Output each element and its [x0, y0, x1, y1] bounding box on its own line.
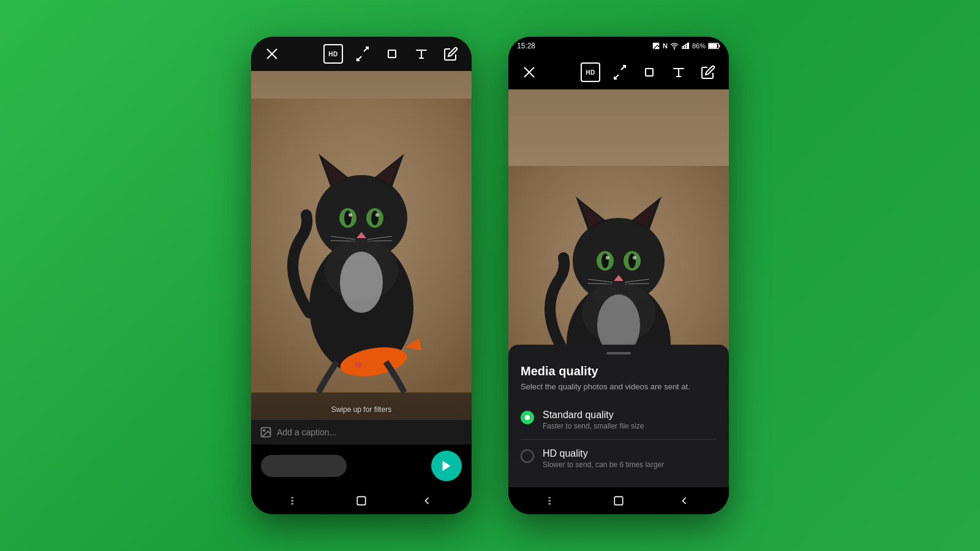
- svg-rect-43: [687, 43, 688, 49]
- hd-quality-button-2[interactable]: HD: [581, 62, 600, 82]
- transform-icon-1[interactable]: [353, 44, 372, 64]
- svg-point-19: [375, 213, 379, 217]
- nav-back-icon-2[interactable]: [678, 495, 690, 507]
- pencil-icon-1[interactable]: [441, 44, 461, 64]
- photo-preview-2: Media quality Select the quality photos …: [508, 89, 729, 487]
- svg-point-29: [355, 362, 362, 368]
- nav-back-icon-1[interactable]: [421, 495, 433, 507]
- signal-icon-2: [681, 42, 690, 50]
- quality-option-standard[interactable]: Standard quality Faster to send, smaller…: [521, 403, 717, 437]
- svg-point-61: [628, 253, 636, 268]
- svg-point-62: [606, 256, 609, 260]
- quality-desc-hd: Slower to send, can be 6 times larger: [543, 460, 664, 469]
- svg-point-60: [601, 253, 609, 268]
- cat-photo-bg: Swipe up for filters: [251, 71, 472, 420]
- pencil-icon-2[interactable]: [698, 62, 718, 82]
- svg-point-38: [654, 44, 655, 45]
- top-toolbar-1: HD: [251, 37, 472, 71]
- svg-rect-42: [685, 44, 687, 49]
- svg-point-17: [371, 211, 379, 225]
- close-button-2[interactable]: [519, 62, 539, 82]
- n-icon: N: [663, 42, 668, 50]
- svg-rect-45: [719, 45, 720, 47]
- svg-rect-41: [684, 45, 685, 49]
- quality-name-hd: HD quality: [543, 448, 664, 459]
- nav-home-icon-1[interactable]: [355, 495, 368, 507]
- quality-option-hd[interactable]: HD quality Slower to send, can be 6 time…: [521, 442, 717, 475]
- svg-rect-46: [709, 44, 717, 48]
- quality-name-standard: Standard quality: [543, 410, 644, 421]
- nav-menu-icon-2[interactable]: [547, 495, 559, 507]
- svg-point-16: [344, 211, 352, 225]
- status-icons: N 86%: [652, 42, 720, 50]
- svg-rect-49: [646, 69, 653, 76]
- bottom-action-bar: [251, 444, 472, 487]
- sheet-subtitle: Select the quality photos and videos are…: [521, 382, 717, 391]
- svg-rect-40: [682, 47, 683, 49]
- caption-input[interactable]: Add a caption...: [260, 426, 463, 438]
- nav-menu-icon-1[interactable]: [290, 495, 302, 507]
- svg-point-26: [340, 252, 383, 313]
- photo-status-icon: [652, 42, 660, 50]
- wifi-icon-2: [670, 42, 679, 50]
- photo-preview-1: Swipe up for filters: [251, 71, 472, 420]
- recipient-pill: [261, 455, 347, 477]
- navigation-bar-2: [508, 487, 729, 514]
- quality-text-hd: HD quality Slower to send, can be 6 time…: [543, 448, 664, 469]
- navigation-bar-1: [251, 487, 472, 514]
- status-bar-2: 15:28 N 86%: [508, 37, 729, 55]
- crop-icon-1[interactable]: [382, 44, 402, 64]
- toolbar-icons-1: HD: [323, 44, 461, 64]
- radio-standard[interactable]: [521, 411, 534, 424]
- media-quality-sheet: Media quality Select the quality photos …: [508, 345, 729, 487]
- send-button[interactable]: [431, 451, 462, 481]
- svg-rect-74: [614, 497, 622, 504]
- caption-bar[interactable]: Add a caption...: [251, 420, 472, 444]
- divider: [521, 439, 717, 440]
- transform-icon-2[interactable]: [610, 62, 630, 82]
- svg-rect-36: [357, 497, 365, 504]
- text-icon-2[interactable]: [669, 62, 688, 82]
- svg-point-39: [674, 48, 674, 49]
- quality-text-standard: Standard quality Faster to send, smaller…: [543, 410, 644, 430]
- battery-icon: [708, 43, 720, 49]
- swipe-hint: Swipe up for filters: [331, 405, 392, 414]
- battery-text: 86%: [692, 42, 706, 50]
- sheet-drag-handle[interactable]: [606, 352, 631, 354]
- svg-point-31: [263, 430, 265, 432]
- status-time: 15:28: [517, 42, 535, 50]
- svg-point-18: [349, 213, 352, 217]
- top-toolbar-2: HD: [508, 55, 729, 89]
- nav-home-icon-2[interactable]: [612, 495, 625, 507]
- sheet-title: Media quality: [521, 364, 717, 378]
- phone-screen-2: 15:28 N 86% HD: [508, 37, 729, 514]
- svg-marker-32: [443, 461, 451, 471]
- text-icon-1[interactable]: [412, 44, 431, 64]
- svg-point-63: [633, 256, 636, 260]
- image-icon: [260, 426, 272, 438]
- svg-rect-2: [388, 50, 396, 58]
- crop-icon-2[interactable]: [639, 62, 659, 82]
- hd-quality-button-1[interactable]: HD: [323, 44, 343, 64]
- phone-screen-1: HD: [251, 37, 472, 514]
- quality-desc-standard: Faster to send, smaller file size: [543, 422, 644, 430]
- radio-hd[interactable]: [521, 449, 534, 463]
- caption-placeholder-text: Add a caption...: [277, 427, 336, 437]
- close-button-1[interactable]: [262, 44, 282, 64]
- toolbar-icons-2: HD: [581, 62, 718, 82]
